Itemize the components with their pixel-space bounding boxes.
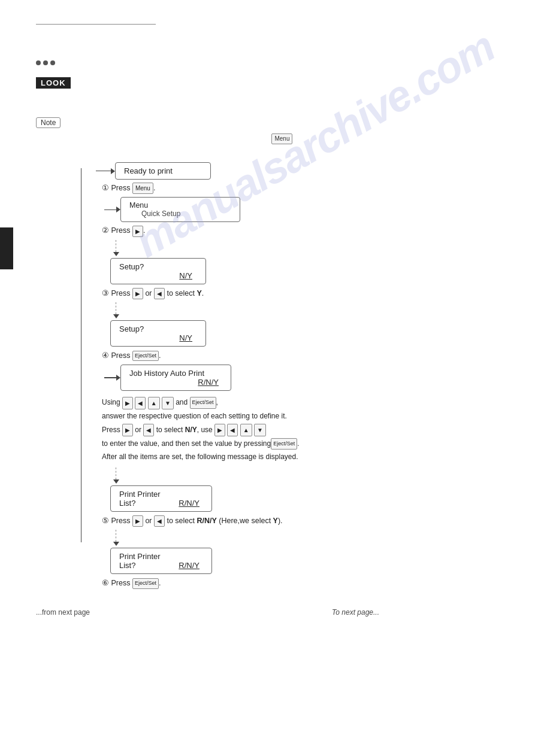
top-divider bbox=[36, 24, 156, 25]
arrow-right-key-5: ▶ bbox=[214, 424, 225, 436]
print-printer-val-2: R/N/Y bbox=[179, 561, 200, 570]
job-history-box: Job History Auto Print R/N/Y bbox=[120, 365, 231, 391]
left-vertical-bar bbox=[81, 168, 81, 542]
note-text: Menu bbox=[36, 133, 499, 144]
ready-to-print-box: Ready to print bbox=[115, 162, 211, 180]
using-line5: After all the items are set, the followi… bbox=[102, 450, 353, 464]
flow-step-7: Print Printer List? R/N/Y bbox=[110, 530, 499, 574]
eject-key-3: Eject/Set bbox=[271, 438, 297, 450]
step4-instruction: ④ Press Eject/Set. bbox=[102, 350, 499, 362]
step6-instruction: ⑥ Press Eject/Set. bbox=[102, 577, 499, 590]
dots-decoration bbox=[36, 60, 499, 65]
look-badge: LOOK bbox=[36, 77, 71, 89]
from-next-label: ...from next page bbox=[36, 608, 90, 617]
menu-key-step1: Menu bbox=[132, 183, 153, 194]
eject-key-4: Eject/Set bbox=[132, 578, 159, 588]
arrow-down-key-2: ▼ bbox=[254, 424, 266, 436]
menu-box: Menu Quick Setup bbox=[120, 197, 240, 222]
arrow-up-key-2: ▲ bbox=[240, 424, 252, 436]
eject-key-1: Eject/Set bbox=[132, 351, 159, 361]
arrow-right-key-4: ▶ bbox=[122, 424, 133, 436]
setup-val-1: N/Y bbox=[179, 271, 192, 280]
print-printer-val-1: R/N/Y bbox=[179, 499, 200, 508]
flow-step-6: Print Printer List? R/N/Y bbox=[110, 467, 499, 512]
setup-box-2: Setup? N/Y bbox=[110, 320, 206, 347]
step2-instruction: ② Press ▶. bbox=[102, 224, 499, 237]
step1-instruction: ① Press Menu. bbox=[102, 182, 499, 195]
setup-val-2: N/Y bbox=[179, 333, 192, 342]
arrow-up-key-1: ▲ bbox=[148, 397, 160, 409]
flow-step-1: Ready to print bbox=[96, 162, 499, 180]
arrow-right-key-6: ▶ bbox=[132, 515, 143, 527]
menu-sub: Quick Setup bbox=[129, 210, 231, 218]
using-line2: answer the respective question of each s… bbox=[102, 409, 353, 423]
job-history-val: R/N/Y bbox=[198, 378, 219, 387]
bottom-labels: ...from next page To next page... bbox=[36, 608, 499, 617]
step5-instruction: ⑤ Press ▶ or ◀ to select R/N/Y (Here,we … bbox=[102, 515, 499, 527]
arrow-right-key-1: ▶ bbox=[132, 226, 143, 237]
flow-step-2: Menu Quick Setup bbox=[104, 197, 499, 222]
menu-key-note: Menu bbox=[271, 133, 292, 144]
flow-step-5: Job History Auto Print R/N/Y bbox=[104, 365, 499, 391]
arrow-right-key-2: ▶ bbox=[132, 288, 143, 299]
arrow-left-key-1: ◀ bbox=[154, 288, 165, 299]
setup-box-1: Setup? N/Y bbox=[110, 258, 206, 284]
to-next-label: To next page... bbox=[332, 608, 379, 617]
step3-instruction: ③ Press ▶ or ◀ to select Y. bbox=[102, 287, 499, 300]
arrow-left-key-4: ◀ bbox=[227, 424, 238, 436]
arrow-left-key-5: ◀ bbox=[154, 515, 165, 527]
arrow-down-key-1: ▼ bbox=[162, 397, 174, 409]
print-printer-box-1: Print Printer List? R/N/Y bbox=[110, 485, 212, 512]
print-printer-box-2: Print Printer List? R/N/Y bbox=[110, 548, 212, 574]
using-instructions: Using ▶ ◀ ▲ ▼ and Eject/Set, answer the … bbox=[102, 396, 353, 464]
arrow-left-key-2: ◀ bbox=[135, 397, 146, 409]
diagram-area: Ready to print ① Press Menu. Menu Quick … bbox=[96, 162, 499, 590]
arrow-right-key-3: ▶ bbox=[122, 397, 133, 409]
arrow-left-key-3: ◀ bbox=[143, 424, 154, 436]
flow-step-3: Setup? N/Y bbox=[110, 240, 499, 284]
eject-key-2: Eject/Set bbox=[190, 397, 216, 408]
flow-step-4: Setup? N/Y bbox=[110, 302, 499, 347]
note-badge: Note bbox=[36, 117, 61, 128]
